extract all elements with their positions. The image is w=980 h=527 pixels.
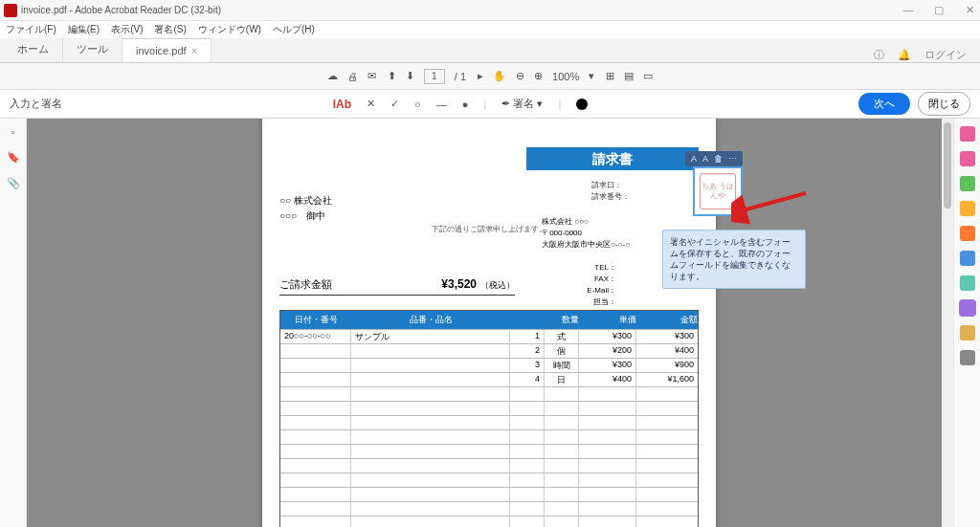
maximize-button[interactable]: ▢	[932, 4, 946, 16]
color-swatch[interactable]	[576, 99, 588, 110]
tab-home[interactable]: ホーム	[4, 36, 63, 62]
fill-sign-toolbar: 入力と署名 IAb ✕ ✓ ○ — ● | ✒ 署名 ▾ | 次へ 閉じる	[0, 90, 980, 119]
right-tool-5[interactable]	[960, 251, 975, 266]
svg-line-1	[743, 193, 806, 210]
menu-file[interactable]: ファイル(F)	[6, 23, 56, 36]
next-button[interactable]: 次へ	[858, 93, 910, 115]
mail-icon[interactable]: ✉	[368, 70, 376, 82]
vertical-scrollbar[interactable]	[942, 119, 953, 527]
tab-strip: ホーム ツール invoice.pdf × ⓘ 🔔 ログイン	[0, 38, 980, 63]
line-items-table: 日付・番号 品番・品名 数量 単価 金額 20○○-○○-○○サンプル1式¥30…	[279, 310, 699, 527]
th-qty: 数量	[510, 311, 579, 329]
stamp-mini-toolbar[interactable]: A A 🗑 ⋯	[685, 151, 743, 166]
menu-bar: ファイル(F) 編集(E) 表示(V) 署名(S) ウィンドウ(W) ヘルプ(H…	[0, 21, 980, 38]
right-tool-0[interactable]	[960, 126, 975, 142]
login-link[interactable]: ログイン	[924, 48, 967, 62]
zoom-level[interactable]: 100%	[552, 71, 579, 82]
menu-window[interactable]: ウィンドウ(W)	[198, 23, 261, 36]
zoom-in-icon[interactable]: ⊕	[534, 70, 543, 82]
fit-page-icon[interactable]: ▤	[624, 70, 634, 82]
th-date: 日付・番号	[280, 311, 351, 329]
stamp-image: ちあ うは んや	[700, 173, 736, 209]
stamp-delete-icon[interactable]: 🗑	[714, 154, 723, 164]
thumbnails-icon[interactable]: ▫	[11, 126, 15, 138]
sender-block: 株式会社 ○○○ 〒000-0000 大阪府大阪市中央区○-○-○	[542, 216, 630, 251]
invoice-title: 請求書	[526, 147, 699, 170]
tab-tools[interactable]: ツール	[63, 36, 122, 62]
check-tool[interactable]: ✓	[390, 98, 399, 110]
save-warning-tooltip: 署名やイニシャルを含むフォームを保存すると、既存のフォームフィールドを編集できな…	[662, 230, 806, 289]
right-tool-1[interactable]	[960, 151, 975, 166]
table-row	[280, 444, 698, 458]
app-icon	[4, 4, 17, 17]
table-row	[280, 401, 698, 415]
bell-icon[interactable]: 🔔	[898, 49, 911, 61]
placed-stamp[interactable]: ちあ うは んや	[693, 166, 743, 216]
minimize-button[interactable]: —	[902, 4, 915, 16]
right-tool-strip	[953, 119, 980, 527]
table-row	[280, 415, 698, 429]
amount-row: ご請求金額 ¥3,520 （税込）	[279, 277, 515, 296]
tab-close-icon[interactable]: ×	[191, 45, 197, 56]
right-tool-9[interactable]	[960, 350, 975, 365]
table-row	[280, 501, 698, 516]
stamp-size-large[interactable]: A	[702, 154, 708, 164]
right-tool-7[interactable]	[960, 300, 975, 316]
th-item: 品番・品名	[351, 311, 510, 329]
select-icon[interactable]: ▸	[478, 70, 483, 82]
workspace: ▫ 🔖 📎 請求書 ○○ 株式会社 ○○○ 御中 請求日： 請求番号： 下記の通…	[0, 119, 980, 527]
close-button[interactable]: 閉じる	[918, 92, 970, 116]
text-tool[interactable]: IAb	[333, 98, 351, 111]
th-price: 単価	[579, 311, 636, 329]
bookmark-icon[interactable]: 🔖	[7, 151, 20, 164]
hand-icon[interactable]: ✋	[493, 70, 506, 82]
table-row	[280, 472, 698, 487]
table-row	[280, 516, 698, 527]
menu-view[interactable]: 表示(V)	[111, 23, 143, 36]
right-tool-3[interactable]	[960, 201, 975, 216]
attachment-icon[interactable]: 📎	[7, 177, 20, 189]
fill-sign-title: 入力と署名	[10, 97, 62, 111]
menu-edit[interactable]: 編集(E)	[68, 23, 100, 36]
table-row: 4日¥400¥1,600	[280, 372, 698, 386]
close-window-button[interactable]: ✕	[963, 4, 976, 16]
right-tool-2[interactable]	[960, 176, 975, 191]
zoom-dropdown-icon[interactable]: ▾	[589, 70, 594, 82]
line-tool[interactable]: —	[436, 99, 447, 110]
table-row: 20○○-○○-○○サンプル1式¥300¥300	[280, 329, 698, 343]
stamp-size-small[interactable]: A	[691, 154, 697, 164]
page-down-icon[interactable]: ⬇	[406, 70, 414, 82]
titlebar: invoice.pdf - Adobe Acrobat Reader DC (3…	[0, 0, 980, 21]
right-tool-4[interactable]	[960, 226, 975, 241]
sign-tool[interactable]: ✒ 署名 ▾	[501, 97, 543, 111]
invoice-note: 下記の通りご請求申し上げます。	[262, 224, 716, 234]
print-icon[interactable]: 🖨	[347, 71, 358, 82]
page-up-icon[interactable]: ⬆	[388, 70, 396, 82]
menu-help[interactable]: ヘルプ(H)	[273, 23, 315, 36]
menu-sign[interactable]: 署名(S)	[154, 23, 186, 36]
tab-document[interactable]: invoice.pdf ×	[122, 38, 212, 62]
recipient-block: ○○ 株式会社 ○○○ 御中	[279, 193, 332, 224]
table-row: 2個¥200¥400	[280, 343, 698, 358]
cross-tool[interactable]: ✕	[367, 98, 375, 110]
save-icon[interactable]: ☁	[327, 70, 338, 82]
window-title: invoice.pdf - Adobe Acrobat Reader DC (3…	[21, 5, 221, 15]
page-current-field[interactable]: 1	[424, 69, 445, 84]
scroll-thumb[interactable]	[944, 122, 951, 209]
table-row: 3時間¥300¥900	[280, 358, 698, 372]
right-tool-6[interactable]	[960, 275, 975, 291]
read-mode-icon[interactable]: ▭	[643, 70, 653, 82]
zoom-out-icon[interactable]: ⊖	[516, 70, 524, 82]
right-tool-8[interactable]	[960, 325, 975, 340]
table-row	[280, 487, 698, 501]
left-nav-strip: ▫ 🔖 📎	[0, 119, 27, 527]
invoice-meta: 請求日： 請求番号：	[591, 180, 630, 203]
dot-tool[interactable]: ●	[462, 99, 469, 110]
help-icon[interactable]: ⓘ	[874, 48, 884, 62]
table-row	[280, 458, 698, 472]
document-canvas[interactable]: 請求書 ○○ 株式会社 ○○○ 御中 請求日： 請求番号： 下記の通りご請求申し…	[27, 119, 953, 527]
stamp-more-icon[interactable]: ⋯	[728, 154, 737, 164]
fit-width-icon[interactable]: ⊞	[606, 70, 614, 82]
circle-tool[interactable]: ○	[414, 99, 421, 110]
callout-arrow	[731, 187, 808, 226]
